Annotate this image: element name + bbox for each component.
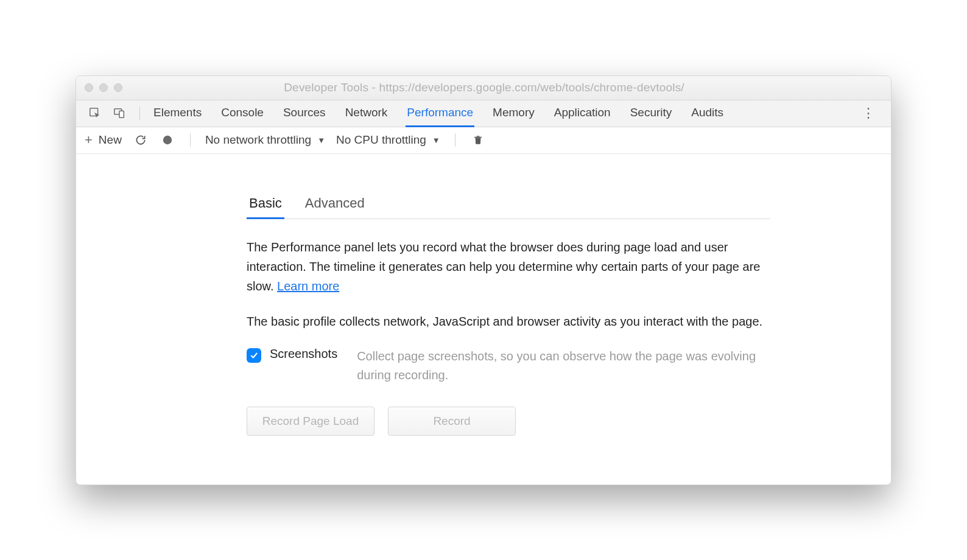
tab-sources[interactable]: Sources (282, 100, 327, 127)
cpu-throttle-label: No CPU throttling (336, 133, 426, 147)
tab-network[interactable]: Network (344, 100, 389, 127)
tab-security[interactable]: Security (629, 100, 673, 127)
sub-tab-advanced[interactable]: Advanced (303, 191, 367, 219)
learn-more-link[interactable]: Learn more (277, 279, 339, 293)
trash-icon[interactable] (470, 132, 486, 148)
chevron-down-icon: ▼ (432, 136, 440, 145)
chevron-down-icon: ▼ (317, 136, 325, 145)
svg-rect-2 (119, 111, 124, 117)
screenshots-description: Collect page screenshots, so you can obs… (357, 347, 782, 385)
divider (455, 133, 455, 147)
action-buttons: Record Page Load Record (247, 407, 891, 436)
intro-paragraph: The Performance panel lets you record wh… (247, 237, 782, 296)
close-icon[interactable] (85, 83, 93, 92)
plus-icon[interactable]: + (85, 132, 93, 148)
profile-mode-tabs: Basic Advanced (247, 191, 770, 219)
screenshots-label: Screenshots (270, 347, 337, 361)
devtools-tabbar: Elements Console Sources Network Perform… (76, 100, 891, 127)
window-titlebar: Developer Tools - https://developers.goo… (76, 76, 891, 100)
network-throttle-select[interactable]: No network throttling ▼ (205, 133, 325, 147)
basic-profile-paragraph: The basic profile collects network, Java… (247, 312, 782, 331)
svg-point-3 (163, 136, 172, 144)
minimize-icon[interactable] (99, 83, 108, 92)
window-title: Developer Tools - https://developers.goo… (122, 81, 882, 94)
network-throttle-label: No network throttling (205, 133, 311, 147)
divider (139, 107, 140, 120)
performance-landing: Basic Advanced The Performance panel let… (76, 154, 891, 485)
cpu-throttle-select[interactable]: No CPU throttling ▼ (336, 133, 440, 147)
record-button[interactable]: Record (388, 407, 516, 436)
tab-elements[interactable]: Elements (152, 100, 203, 127)
tab-application[interactable]: Application (553, 100, 612, 127)
tab-performance[interactable]: Performance (406, 100, 474, 127)
kebab-menu-icon[interactable]: ⋮ (858, 104, 880, 122)
screenshots-option: Screenshots Collect page screenshots, so… (247, 347, 782, 385)
devtools-window: Developer Tools - https://developers.goo… (76, 75, 891, 485)
inspect-element-icon[interactable] (87, 105, 103, 121)
tabbar-right: ⋮ (858, 104, 880, 122)
sub-tab-basic[interactable]: Basic (247, 191, 284, 219)
device-toolbar-icon[interactable] (111, 105, 127, 121)
divider (190, 133, 191, 147)
performance-toolbar: + New No network throttling ▼ No CPU thr… (76, 127, 891, 154)
record-page-load-button[interactable]: Record Page Load (247, 407, 374, 436)
tab-memory[interactable]: Memory (491, 100, 536, 127)
new-recording-button[interactable]: New (99, 133, 122, 147)
tab-console[interactable]: Console (220, 100, 265, 127)
screenshots-checkbox[interactable] (247, 348, 261, 363)
record-icon[interactable] (160, 132, 175, 148)
window-controls (85, 83, 122, 92)
zoom-icon[interactable] (114, 83, 122, 92)
tab-audits[interactable]: Audits (690, 100, 725, 127)
panel-tabs: Elements Console Sources Network Perform… (152, 100, 725, 127)
reload-icon[interactable] (133, 132, 149, 148)
